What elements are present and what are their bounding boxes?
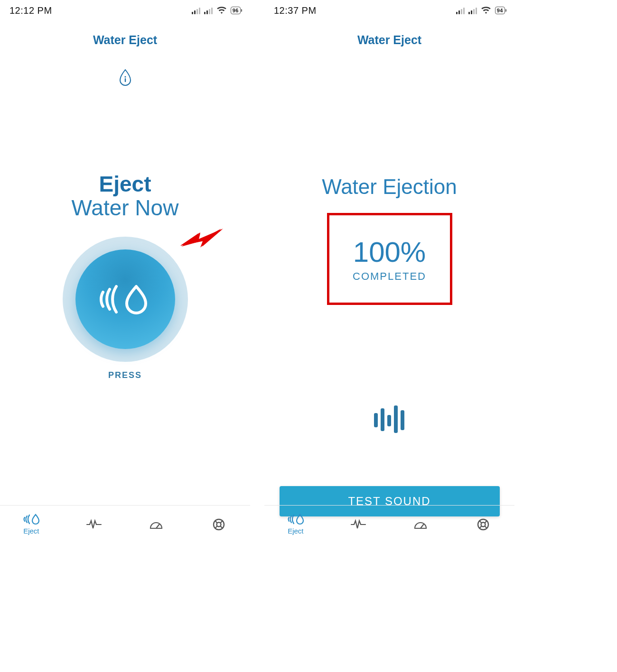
- tab-bar: Eject: [0, 505, 250, 543]
- sound-drop-icon: [23, 514, 39, 525]
- svg-rect-14: [394, 405, 398, 433]
- svg-line-19: [479, 521, 482, 523]
- page-title: Water Eject: [264, 33, 514, 47]
- tab-label: Eject: [23, 527, 39, 535]
- progress-percent: 100%: [353, 236, 426, 268]
- tab-eject[interactable]: Eject: [0, 506, 63, 543]
- svg-line-8: [220, 521, 223, 523]
- sound-drop-icon: [288, 514, 304, 525]
- result-heading: Water Ejection: [264, 175, 514, 199]
- tab-stereo[interactable]: [327, 506, 390, 543]
- tab-meter[interactable]: [125, 506, 188, 543]
- gauge-icon: [149, 519, 163, 530]
- svg-point-0: [124, 76, 126, 77]
- svg-rect-13: [387, 415, 391, 426]
- annotation-highlight-box: 100% COMPLETED: [327, 213, 452, 305]
- eject-button[interactable]: [75, 249, 175, 349]
- gauge-icon: [413, 519, 428, 530]
- tab-stereo[interactable]: [63, 506, 125, 543]
- main-heading: Eject Water Now: [0, 171, 250, 221]
- signal-1-icon: [456, 7, 465, 14]
- tab-meter[interactable]: [390, 506, 452, 543]
- status-bar: 12:37 PM 94: [264, 0, 514, 21]
- svg-rect-1: [124, 78, 125, 82]
- heading-line1: Eject: [0, 171, 250, 197]
- progress-status: COMPLETED: [353, 270, 426, 283]
- heading-line2: Water Now: [0, 195, 250, 221]
- svg-line-21: [479, 526, 482, 528]
- screen-eject-complete: 12:37 PM 94 Water Eject Water Ejection 1…: [264, 0, 514, 543]
- svg-line-10: [220, 526, 223, 528]
- signal-1-icon: [192, 7, 200, 14]
- signal-2-icon: [468, 7, 477, 14]
- waveform-icon: [86, 519, 102, 530]
- svg-line-4: [156, 524, 159, 528]
- lifebuoy-icon: [477, 518, 490, 531]
- svg-line-9: [215, 526, 217, 528]
- status-icons: 94: [456, 7, 505, 14]
- app-header: Water Eject: [0, 21, 250, 47]
- svg-rect-12: [381, 408, 384, 431]
- status-bar: 12:12 PM 96: [0, 0, 250, 21]
- battery-icon: 96: [231, 7, 241, 14]
- battery-icon: 94: [495, 7, 505, 14]
- tab-help[interactable]: [452, 506, 514, 543]
- screen-eject-ready: 12:12 PM 96 Water Eject Eject Water Now: [0, 0, 250, 543]
- tab-bar: Eject: [264, 505, 514, 543]
- svg-rect-15: [401, 410, 404, 430]
- page-title: Water Eject: [0, 33, 250, 47]
- clock: 12:12 PM: [9, 5, 52, 16]
- press-label: PRESS: [108, 370, 142, 380]
- eject-button-ring: [63, 237, 188, 362]
- svg-line-22: [485, 526, 487, 528]
- waveform-icon: [350, 519, 366, 530]
- signal-2-icon: [204, 7, 213, 14]
- app-header: Water Eject: [264, 21, 514, 47]
- svg-line-16: [421, 524, 424, 528]
- wifi-icon: [216, 7, 227, 14]
- tab-label: Eject: [288, 527, 303, 535]
- svg-line-20: [485, 521, 487, 523]
- equalizer-icon: [264, 405, 514, 434]
- tab-help[interactable]: [187, 506, 250, 543]
- info-drop-icon[interactable]: [0, 69, 250, 86]
- svg-rect-11: [374, 413, 378, 427]
- status-icons: 96: [192, 7, 241, 14]
- svg-line-7: [215, 521, 217, 523]
- tab-eject[interactable]: Eject: [264, 506, 327, 543]
- wifi-icon: [481, 7, 491, 14]
- sound-drop-icon: [99, 283, 151, 316]
- lifebuoy-icon: [212, 518, 225, 531]
- clock: 12:37 PM: [274, 5, 317, 16]
